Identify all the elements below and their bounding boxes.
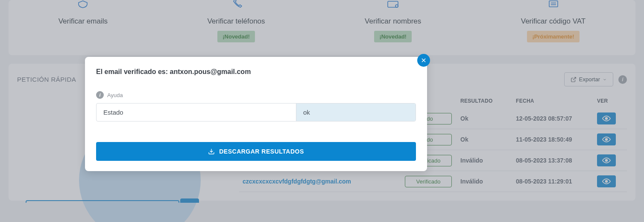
modal-title: El email verificado es: antxon.pous@gmai… xyxy=(96,68,416,76)
help-label: Ayuda xyxy=(107,92,123,98)
result-row-value: ok xyxy=(296,104,416,121)
download-label: DESCARGAR RESULTADOS xyxy=(219,148,304,155)
info-icon: i xyxy=(96,91,104,99)
download-icon xyxy=(208,148,215,155)
close-button[interactable] xyxy=(417,54,430,67)
result-row: Estado ok xyxy=(96,103,416,121)
close-icon xyxy=(421,57,427,63)
verification-result-modal: El email verificado es: antxon.pous@gmai… xyxy=(85,57,427,171)
download-results-button[interactable]: DESCARGAR RESULTADOS xyxy=(96,142,416,161)
help-row[interactable]: i Ayuda xyxy=(96,91,416,99)
result-row-label: Estado xyxy=(97,104,296,121)
